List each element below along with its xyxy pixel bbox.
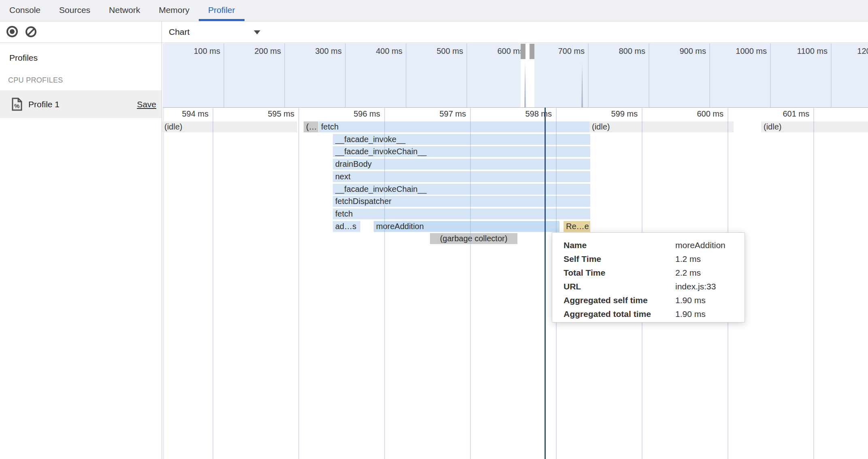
timeline-overview[interactable]: 100 ms200 ms300 ms400 ms500 ms600 ms700 … (163, 43, 868, 108)
flame-bar-fetch[interactable]: fetch (333, 208, 590, 219)
chevron-down-icon[interactable] (254, 30, 260, 34)
flame-bar-next[interactable]: next (333, 171, 590, 182)
tooltip-row: URLindex.js:33 (564, 280, 737, 293)
flame-bar--idle-[interactable]: (idle) (761, 121, 868, 132)
tab-bar: ConsoleSourcesNetworkMemoryProfiler (0, 0, 868, 21)
cpu-profiles-section-header: CPU PROFILES (8, 76, 63, 85)
flame-chart-area: 594 ms595 ms596 ms597 ms598 ms599 ms600 … (162, 108, 868, 459)
flame-bar--idle-[interactable]: (idle) (589, 121, 734, 132)
tooltip-row: Total Time2.2 ms (564, 266, 737, 280)
selection-handle-right[interactable] (530, 44, 534, 59)
profiler-panel: ConsoleSourcesNetworkMemoryProfiler Char… (0, 0, 868, 459)
tooltip-row: Aggregated self time1.90 ms (564, 293, 737, 307)
record-icon[interactable] (6, 26, 18, 37)
tooltip-value: 1.2 ms (675, 252, 737, 266)
ruler-gridline (213, 108, 213, 459)
percent-document-icon: % (11, 98, 23, 111)
tooltip-label: Aggregated self time (564, 293, 675, 307)
clear-icon[interactable] (26, 26, 36, 37)
tab-profiler[interactable]: Profiler (199, 0, 245, 21)
tooltip-label: Name (564, 238, 675, 252)
tooltip-row: Aggregated total time1.90 ms (564, 307, 737, 321)
overview-tick-label: 900 ms (645, 47, 706, 56)
overview-tick-label: 600 ms (463, 47, 524, 56)
tooltip-value: 1.90 ms (675, 293, 737, 307)
tooltip-value: index.js:33 (675, 280, 737, 293)
tab-sources[interactable]: Sources (50, 0, 100, 21)
tooltip-label: URL (564, 280, 675, 293)
tooltip-label: Aggregated total time (564, 307, 675, 321)
selection-handle-left[interactable] (521, 44, 525, 59)
ruler-tick-label: 594 ms (162, 109, 208, 119)
overview-tick-label: 400 ms (342, 47, 402, 56)
overview-tick-label: 100 ms (163, 47, 220, 56)
tab-network[interactable]: Network (100, 0, 149, 21)
ruler-tick-label: 596 ms (315, 109, 380, 119)
sidebar-item-profile-1[interactable]: % Profile 1 Save (0, 90, 162, 118)
overview-tick-label: 1000 ms (706, 47, 767, 56)
frame-tooltip: NamemoreAdditionSelf Time1.2 msTotal Tim… (552, 232, 745, 323)
toolbar-row: Chart (0, 21, 868, 43)
tab-console[interactable]: Console (0, 0, 50, 21)
ruler-gridline (813, 108, 814, 459)
overview-tick-label: 200 ms (220, 47, 281, 56)
tooltip-label: Self Time (564, 252, 675, 266)
save-profile-link[interactable]: Save (137, 90, 156, 118)
clear-slash (28, 28, 35, 36)
record-dot (10, 29, 15, 34)
flame-bar-re-e[interactable]: Re…e (564, 221, 590, 232)
overview-tick-label: 1100 ms (767, 47, 828, 56)
tooltip-row: NamemoreAddition (564, 238, 737, 252)
tooltip-label: Total Time (564, 266, 675, 280)
flame-bar-fetchdispatcher[interactable]: fetchDispatcher (333, 196, 590, 207)
flame-bar-drainbody[interactable]: drainBody (333, 159, 590, 170)
tooltip-value: 1.90 ms (675, 307, 737, 321)
overview-tick-label: 500 ms (402, 47, 463, 56)
ruler-tick-label: 595 ms (230, 109, 294, 119)
flame-bar--facade-invoke-[interactable]: __facade_invoke__ (333, 134, 590, 145)
tab-memory[interactable]: Memory (149, 0, 199, 21)
flame-bar-moreaddition[interactable]: moreAddition (374, 221, 560, 232)
flame-bar--[interactable]: (… (304, 121, 318, 132)
flame-bar--garbage-collector-[interactable]: (garbage collector) (430, 233, 517, 244)
detail-left-border (163, 108, 164, 459)
tooltip-row: Self Time1.2 ms (564, 252, 737, 266)
tooltip-value: 2.2 ms (675, 266, 737, 280)
overview-tick-label: 800 ms (585, 47, 645, 56)
flame-bar--facade-invokechain-[interactable]: __facade_invokeChain__ (333, 146, 590, 157)
ruler-tick-label: 598 ms (487, 109, 552, 119)
ruler-tick-label: 597 ms (401, 109, 466, 119)
flame-bar--idle-[interactable]: (idle) (162, 121, 297, 132)
ruler-gridline (384, 108, 385, 459)
playhead-line (545, 108, 546, 459)
tooltip-value: moreAddition (675, 238, 737, 252)
ruler-gridline (298, 108, 299, 459)
ruler-tick-label: 599 ms (573, 109, 638, 119)
cpu-usage-spike (579, 64, 585, 107)
ruler-gridline (470, 108, 471, 459)
flame-bar--facade-invokechain-[interactable]: __facade_invokeChain__ (333, 184, 590, 195)
overview-tick-label: 1200 ms (828, 47, 868, 56)
flame-bar-ad-s[interactable]: ad…s (333, 221, 360, 232)
flame-bar-fetch[interactable]: fetch (319, 121, 589, 132)
profile-name: Profile 1 (28, 90, 60, 118)
ruler-tick-label: 600 ms (659, 109, 723, 119)
overview-tick-label: 300 ms (281, 47, 342, 56)
svg-text:%: % (14, 102, 19, 109)
profiles-header: Profiles (9, 53, 38, 63)
ruler-tick-label: 601 ms (745, 109, 809, 119)
chart-view-dropdown[interactable]: Chart (169, 21, 189, 42)
